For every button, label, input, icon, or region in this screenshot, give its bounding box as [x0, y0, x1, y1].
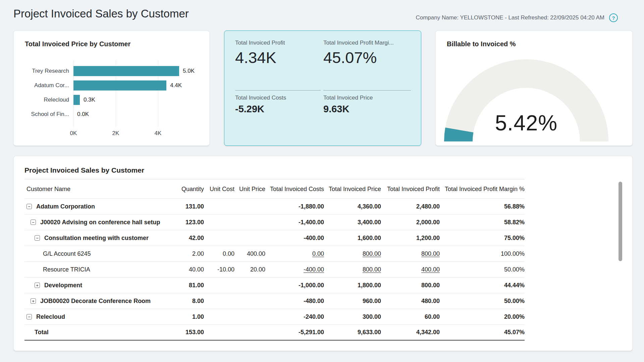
bar-chart-card: Total Invoiced Price by Customer Trey Re…: [13, 31, 210, 146]
bar-track: 4.4K: [73, 80, 204, 90]
expand-toggle-icon[interactable]: +: [35, 283, 40, 288]
x-tick-label: 4K: [155, 130, 162, 137]
customer-name-cell: +Development: [24, 282, 167, 289]
bar-row: School of Fin...0.0K: [25, 107, 204, 121]
table-cell: 2,000.00: [381, 219, 440, 226]
customer-name-cell: +JOB00020 Decorate Conference Room: [24, 298, 167, 305]
table-row: +JOB00020 Decorate Conference Room8.00-4…: [24, 293, 525, 309]
x-tick-label: 0K: [70, 130, 77, 137]
company-refresh-info: Company Name: YELLOWSTONE - Last Refresh…: [416, 14, 604, 21]
table-cell: 45.07%: [440, 329, 525, 336]
table-cell: 40.00: [167, 266, 204, 273]
table-cell: 44.44%: [440, 282, 525, 289]
vertical-scrollbar-thumb[interactable]: [619, 182, 622, 261]
row-label: G/L Account 6245: [43, 250, 91, 257]
kpi-value: 9.63K: [323, 104, 373, 115]
table-cell: -1,880.00: [265, 203, 324, 210]
table-cell: 58.82%: [440, 219, 525, 226]
kpi-label: Total Invoiced Profit Margi...: [323, 40, 394, 46]
bar[interactable]: [73, 80, 166, 90]
customer-name-cell: G/L Account 6245: [24, 250, 167, 257]
matrix-table-card: Project Invoiced Sales by Customer Custo…: [13, 156, 633, 351]
gauge-value: 5.42%: [436, 111, 617, 135]
table-row: +Development81.00-1,000.001,800.00800.00…: [24, 278, 525, 293]
table-cell[interactable]: 400.00: [381, 266, 440, 273]
bar-category-label: Adatum Cor...: [25, 82, 69, 89]
table-cell[interactable]: 800.00: [324, 266, 381, 273]
table-row: Resource TRICIA40.00-10.0020.00-400.0080…: [24, 262, 525, 278]
table-cell: 50.00%: [440, 266, 525, 273]
collapse-toggle-icon[interactable]: −: [26, 314, 32, 319]
row-label: Consultation meeting with customer: [44, 235, 149, 242]
x-tick-label: 2K: [112, 130, 119, 137]
bar-category-label: Relecloud: [25, 97, 69, 103]
row-label: J00020 Advising on conference hall setup: [40, 219, 160, 226]
column-header[interactable]: Customer Name: [24, 186, 167, 193]
expand-toggle-icon[interactable]: +: [31, 298, 36, 304]
column-header[interactable]: Unit Cost: [204, 186, 234, 193]
bar-chart-plot: Trey Research5.0KAdatum Cor...4.4KRelecl…: [25, 64, 204, 121]
table-cell[interactable]: 800.00: [381, 250, 440, 257]
kpi-card: Total Invoiced Profit 4.34K Total Invoic…: [224, 31, 421, 146]
customer-name-cell: −Consultation meeting with customer: [24, 235, 167, 242]
table-cell: 75.00%: [440, 235, 525, 242]
kpi-value: 45.07%: [323, 48, 394, 67]
customer-name-cell: −Relecloud: [24, 313, 167, 320]
gauge-card: Billable to Invoiced % 5.42%: [435, 31, 633, 146]
table-cell: 800.00: [381, 282, 440, 289]
table-cell: 9,633.00: [324, 329, 381, 336]
table-cell: -240.00: [265, 313, 324, 320]
column-header[interactable]: Total Invoiced Price: [324, 186, 381, 193]
table-cell: 0.00: [204, 250, 234, 257]
column-header[interactable]: Total Invoiced Profit: [381, 186, 440, 193]
collapse-toggle-icon[interactable]: −: [31, 220, 36, 225]
kpi-value: -5.29K: [235, 104, 286, 115]
bar-track: 0.3K: [73, 95, 204, 105]
collapse-toggle-icon[interactable]: −: [35, 235, 40, 241]
bar-chart-x-axis: 0K2K4K: [73, 130, 184, 137]
table-cell: 42.00: [167, 235, 204, 242]
column-header[interactable]: Unit Price: [234, 186, 265, 193]
table-cell: -400.00: [265, 235, 324, 242]
table-cell[interactable]: 800.00: [324, 250, 381, 257]
column-header[interactable]: Quantity: [167, 186, 204, 193]
column-header[interactable]: Total Invoiced Costs: [265, 186, 324, 193]
collapse-toggle-icon[interactable]: −: [26, 204, 32, 209]
kpi-value: 4.34K: [235, 48, 285, 67]
table-cell: 123.00: [167, 219, 204, 226]
table-row: −Relecloud1.00-240.00300.0060.0020.00%: [24, 309, 525, 325]
table-cell: 1,800.00: [324, 282, 381, 289]
customer-name-cell: Total: [24, 329, 167, 336]
help-icon[interactable]: ?: [609, 13, 618, 22]
table-cell: 60.00: [381, 313, 440, 320]
kpi-total-invoiced-costs: Total Invoiced Costs -5.29K: [235, 95, 286, 115]
table-total-row: Total153.00-5,291.009,633.004,342.0045.0…: [24, 325, 525, 341]
bar-value-label: 5.0K: [183, 66, 195, 76]
table-cell: 1,200.00: [381, 235, 440, 242]
kpi-label: Total Invoiced Price: [323, 95, 373, 101]
bar-row: Adatum Cor...4.4K: [25, 78, 204, 93]
bar-track: 5.0K: [73, 66, 204, 76]
table-cell: 81.00: [167, 282, 204, 289]
table-row: −J00020 Advising on conference hall setu…: [24, 215, 525, 230]
column-header[interactable]: Total Invoiced Profit Margin %: [440, 186, 525, 193]
customer-name-cell: −J00020 Advising on conference hall setu…: [24, 219, 167, 226]
kpi-divider: [235, 90, 321, 90]
bar[interactable]: [73, 95, 80, 105]
table-cell: 20.00%: [440, 313, 525, 320]
table-row: −Adatum Corporation131.00-1,880.004,360.…: [24, 199, 525, 215]
table-cell: 4,360.00: [324, 203, 381, 210]
customer-name-cell: −Adatum Corporation: [24, 203, 167, 210]
row-label: Adatum Corporation: [36, 203, 95, 210]
bar-category-label: Trey Research: [25, 68, 69, 74]
bar-row: Relecloud0.3K: [25, 93, 204, 107]
table-cell[interactable]: -400.00: [265, 266, 324, 273]
bar-chart-title: Total Invoiced Price by Customer: [25, 40, 130, 48]
page-title: Project Invoiced Sales by Customer: [13, 7, 189, 20]
bar-value-label: 0.3K: [84, 95, 95, 105]
table-cell[interactable]: 0.00: [265, 250, 324, 257]
table-cell: 480.00: [381, 298, 440, 305]
table-cell: 56.88%: [440, 203, 525, 210]
table-cell: -1,400.00: [265, 219, 324, 226]
bar[interactable]: [73, 66, 179, 76]
